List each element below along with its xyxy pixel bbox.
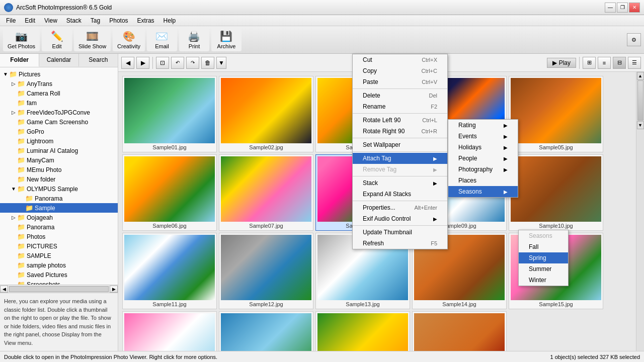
expander-pictures[interactable]: ▼ <box>2 71 9 77</box>
expander-oojageah[interactable]: ▷ <box>10 215 17 220</box>
thumb-item-5[interactable]: Sample05.jpg <box>509 76 603 152</box>
tree-item-sample[interactable]: 📁 Sample <box>0 203 118 213</box>
tree-item-photos[interactable]: 📁 Photos <box>0 232 118 241</box>
tree-item-pictures[interactable]: ▼ 📁 Pictures <box>0 69 118 79</box>
horizontal-scrollbar[interactable] <box>9 286 109 292</box>
seasons-summer[interactable]: Summer <box>519 263 568 275</box>
tree-item-screenshots[interactable]: 📁 Screenshots <box>0 280 118 285</box>
scroll-left-button[interactable]: ◀ <box>0 286 8 293</box>
thumb-item-10[interactable]: Sample10.jpg <box>509 154 603 231</box>
thumb-item-2[interactable]: Sample02.jpg <box>219 76 313 152</box>
tree-item-saved-pictures[interactable]: 📁 Saved Pictures <box>0 270 118 280</box>
vertical-scrollbar[interactable]: ▲ ▼ <box>636 72 644 351</box>
menu-tag[interactable]: Tag <box>87 16 104 25</box>
tree-item-new-folder[interactable]: 📁 New folder <box>0 174 118 184</box>
submenu-rating[interactable]: Rating ▶ <box>448 120 518 131</box>
home-button[interactable]: ⊡ <box>156 57 169 69</box>
scroll-down-button[interactable]: ▼ <box>637 121 644 129</box>
maximize-button[interactable]: ❐ <box>617 3 628 13</box>
ctx-update-thumbnail[interactable]: Update Thumbnail <box>353 227 447 238</box>
tab-folder[interactable]: Folder <box>0 54 39 67</box>
expander-freevideo[interactable]: ▷ <box>10 110 17 115</box>
tree-item-fam[interactable]: 📁 fam <box>0 98 118 108</box>
nav-forward-button[interactable]: ▶ <box>136 57 149 69</box>
delete-button[interactable]: 🗑 <box>201 57 214 69</box>
tree-item-manycam[interactable]: 📁 ManyCam <box>0 155 118 165</box>
tree-item-freevideo[interactable]: ▷ 📁 FreeVideoToJPGConve <box>0 108 118 117</box>
tree-item-luminar[interactable]: 📁 Luminar AI Catalog <box>0 146 118 155</box>
settings-button[interactable]: ⚙ <box>627 33 641 46</box>
tree-item-camera-roll[interactable]: 📁 Camera Roll <box>0 88 118 98</box>
tree-item-olympus[interactable]: ▼ 📁 OLYMPUS Sample <box>0 184 118 194</box>
get-photos-button[interactable]: 📷 Get Photos <box>3 28 40 51</box>
tree-item-gamecam[interactable]: 📁 Game Cam Screensho <box>0 117 118 127</box>
rotate-right-button[interactable]: ↷ <box>186 57 199 69</box>
submenu-events[interactable]: Events ▶ <box>448 131 518 142</box>
tree-item-memu[interactable]: 📁 MEmu Photo <box>0 165 118 174</box>
expander-olympus[interactable]: ▼ <box>10 186 17 192</box>
expander-anytrans[interactable]: ▷ <box>10 81 17 86</box>
more-button[interactable]: ▼ <box>216 57 226 69</box>
tree-item-anytrans[interactable]: ▷ 📁 AnyTrans <box>0 79 118 88</box>
view-grid-button[interactable]: ⊟ <box>613 57 626 69</box>
ctx-expand-stacks[interactable]: Expand All Stacks <box>353 189 447 200</box>
print-button[interactable]: 🖨️ Print <box>179 28 209 51</box>
tree-item-lightroom[interactable]: 📁 Lightroom <box>0 136 118 146</box>
ctx-stack[interactable]: Stack ▶ <box>353 177 447 189</box>
rotate-left-button[interactable]: ↶ <box>171 57 184 69</box>
tree-item-oojageah[interactable]: ▷ 📁 Oojageah <box>0 213 118 222</box>
seasons-winter[interactable]: Winter <box>519 275 568 286</box>
thumb-item-7[interactable]: Sample07.jpg <box>219 154 313 231</box>
minimize-button[interactable]: — <box>605 3 616 13</box>
view-filmstrip-button[interactable]: ≡ <box>598 57 611 69</box>
edit-button[interactable]: ✏️ Edit <box>42 28 72 51</box>
thumb-item-12[interactable]: Sample12.jpg <box>219 233 313 309</box>
seasons-spring[interactable]: Spring <box>519 252 568 263</box>
title-bar-controls[interactable]: — ❐ ✕ <box>605 3 640 13</box>
scroll-right-button[interactable]: ▶ <box>110 286 118 293</box>
ctx-properties[interactable]: Properties... Alt+Enter <box>353 202 447 213</box>
slideshow-button[interactable]: 🎞️ Slide Show <box>74 28 111 51</box>
menu-stack[interactable]: Stack <box>62 16 86 25</box>
thumb-item-6[interactable]: Sample06.jpg <box>122 154 217 231</box>
submenu-photography[interactable]: Photography ▶ <box>448 164 518 175</box>
tree-item-panorama-sub[interactable]: 📁 Panorama <box>0 194 118 203</box>
tree-item-sample2[interactable]: 📁 SAMPLE <box>0 251 118 260</box>
submenu-places[interactable]: Places <box>448 175 518 186</box>
ctx-refresh[interactable]: Refresh F5 <box>353 238 447 249</box>
submenu-holidays[interactable]: Holidays ▶ <box>448 142 518 153</box>
scroll-thumb[interactable] <box>637 80 643 121</box>
ctx-delete[interactable]: Delete Del <box>353 90 447 101</box>
nav-back-button[interactable]: ◀ <box>121 57 134 69</box>
tree-item-panorama[interactable]: 📁 Panorama <box>0 222 118 232</box>
thumb-item-18[interactable]: Sample18.jpg <box>315 311 410 351</box>
menu-extras[interactable]: Extras <box>133 16 158 25</box>
ctx-exif-audio[interactable]: Exif Audio Control ▶ <box>353 213 447 224</box>
email-button[interactable]: ✉️ Email <box>147 28 177 51</box>
thumb-item-17[interactable]: Sample17.jpg <box>219 311 313 351</box>
menu-help[interactable]: Help <box>159 16 180 25</box>
ctx-rename[interactable]: Rename F2 <box>353 101 447 112</box>
view-thumbnails-button[interactable]: ⊞ <box>583 57 596 69</box>
tree-item-pictures2[interactable]: 📁 PICTURES <box>0 241 118 251</box>
close-button[interactable]: ✕ <box>629 3 640 13</box>
thumb-item-11[interactable]: Sample11.jpg <box>122 233 217 309</box>
ctx-remove-tag[interactable]: Remove Tag ▶ <box>353 164 447 175</box>
scroll-up-button[interactable]: ▲ <box>637 72 644 80</box>
ctx-cut[interactable]: Cut Ctrl+X <box>353 54 447 65</box>
ctx-attach-tag[interactable]: Attach Tag ▶ <box>353 153 447 164</box>
ctx-copy[interactable]: Copy Ctrl+C <box>353 65 447 76</box>
submenu-people[interactable]: People ▶ <box>448 153 518 164</box>
play-button[interactable]: ▶ Play <box>547 58 576 68</box>
seasons-fall[interactable]: Fall <box>519 241 568 252</box>
archive-button[interactable]: 💾 Archive <box>211 28 242 51</box>
ctx-paste[interactable]: Paste Ctrl+V <box>353 76 447 87</box>
ctx-set-wallpaper[interactable]: Set Wallpaper <box>353 139 447 150</box>
tree-item-sample-photos[interactable]: 📁 sample photos <box>0 260 118 270</box>
thumb-item-1[interactable]: Sample01.jpg <box>122 76 217 152</box>
menu-edit[interactable]: Edit <box>21 16 39 25</box>
menu-file[interactable]: File <box>2 16 20 25</box>
menu-photos[interactable]: Photos <box>105 16 132 25</box>
thumb-item-19[interactable]: Sample19.jpg <box>412 311 507 351</box>
ctx-rotate-left[interactable]: Rotate Left 90 Ctrl+L <box>353 115 447 126</box>
